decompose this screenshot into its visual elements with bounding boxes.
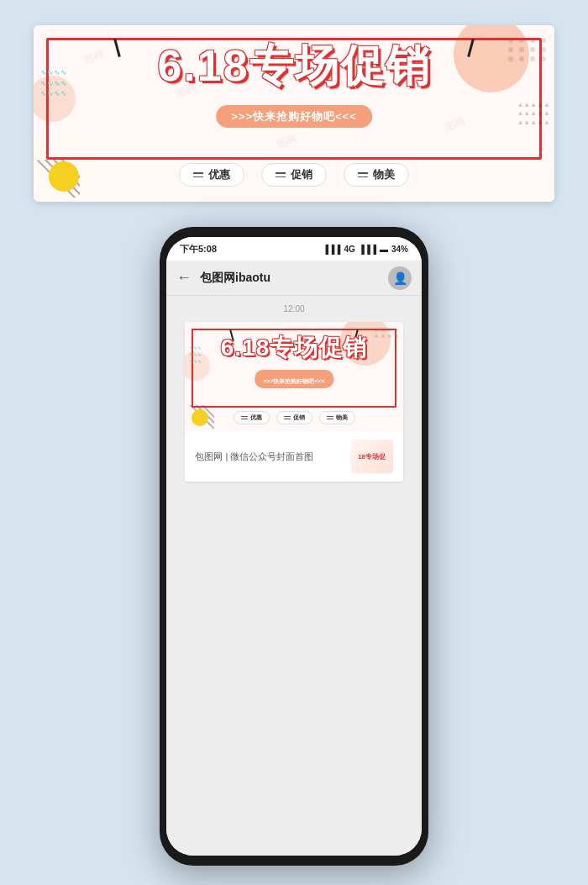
mini-tag-2: 促销 <box>276 411 312 424</box>
banner-subtitle-pill: >>>快来抢购好物吧<<< <box>216 105 372 128</box>
mini-tag-1: 优惠 <box>234 411 270 424</box>
chat-content-area: 12:00 <box>166 296 422 856</box>
chat-screen-content: 下午5:08 ▐▐▐ 4G ▐▐▐ ▬ 34% ← 包图网ibaotu 👤 <box>166 237 422 856</box>
chat-avatar: 👤 <box>388 266 412 290</box>
phone-body: 下午5:08 ▐▐▐ 4G ▐▐▐ ▬ 34% ← 包图网ibaotu 👤 <box>160 227 428 866</box>
status-right: ▐▐▐ 4G ▐▐▐ ▬ 34% <box>323 245 408 254</box>
battery-icon: ▬ <box>380 245 388 254</box>
signal-bars: ▐▐▐ <box>359 245 376 254</box>
tag-label-3: 物美 <box>373 167 395 182</box>
banner-inner: ∿∿∿∿∿∿∿∿∿∿∿∿ ▲▲▲▲▲▲▲▲▲▲▲▲▲▲▲ 6.18专场促销 >>… <box>34 25 554 202</box>
signal-text: ▐▐▐ <box>323 245 340 254</box>
preview-text: 18专场促 <box>358 452 386 461</box>
tag-label-2: 促销 <box>291 167 312 182</box>
footer-text: 包图网 | 微信公众号封面首图 <box>195 450 313 463</box>
tag-pill-2: 促销 <box>261 163 327 187</box>
mini-tags-row: 优惠 促销 <box>185 411 402 424</box>
mini-preview-thumb: 18专场促 <box>351 440 393 473</box>
message-bubble: ∿∿∿∿∿∿∿∿∿ <box>185 322 402 482</box>
status-time: 下午5:08 <box>180 243 217 255</box>
banner-subtitle-text: >>>快来抢购好物吧<<< <box>231 110 357 123</box>
chat-footer-row: 包图网 | 微信公众号封面首图 18专场促 <box>185 431 402 482</box>
banner-tags-row: 优惠 促销 物美 <box>34 163 554 187</box>
phone-screen: 下午5:08 ▐▐▐ 4G ▐▐▐ ▬ 34% ← 包图网ibaotu 👤 <box>166 237 422 856</box>
back-button[interactable]: ← <box>176 269 192 287</box>
top-banner: ∿∿∿∿∿∿∿∿∿∿∿∿ ▲▲▲▲▲▲▲▲▲▲▲▲▲▲▲ 6.18专场促销 >>… <box>34 25 554 202</box>
mini-tag-label-3: 物美 <box>336 414 348 422</box>
chat-header: ← 包图网ibaotu 👤 <box>166 261 422 296</box>
tag-label-1: 优惠 <box>208 167 230 182</box>
tag-lines-1 <box>193 172 203 177</box>
mini-banner: ∿∿∿∿∿∿∿∿∿ <box>185 322 402 431</box>
zigzag-right: ▲▲▲▲▲▲▲▲▲▲▲▲▲▲▲ <box>517 101 550 127</box>
mini-subtitle-text: >>>快来抢购好物吧<<< <box>263 378 325 384</box>
tag-pill-1: 优惠 <box>179 163 244 187</box>
mini-banner-title: 6.18专场促销 <box>185 332 402 364</box>
battery-level: 34% <box>391 245 408 254</box>
phone-mockup: 下午5:08 ▐▐▐ 4G ▐▐▐ ▬ 34% ← 包图网ibaotu 👤 <box>160 227 428 866</box>
mini-tag-label-1: 优惠 <box>250 414 262 422</box>
message-timestamp: 12:00 <box>173 304 415 313</box>
mini-tag-3: 物美 <box>319 411 355 424</box>
tag-lines-2 <box>276 172 286 177</box>
mini-subtitle-pill: >>>快来抢购好物吧<<< <box>255 370 333 388</box>
avatar-person-icon: 👤 <box>393 271 407 285</box>
tag-pill-3: 物美 <box>344 163 409 187</box>
tag-lines-3 <box>358 172 368 177</box>
mini-tag-label-2: 促销 <box>293 414 305 422</box>
banner-main-title: 6.18专场促销 <box>34 44 554 87</box>
status-bar: 下午5:08 ▐▐▐ 4G ▐▐▐ ▬ 34% <box>166 237 422 261</box>
chat-title: 包图网ibaotu <box>200 271 380 286</box>
chat-messages: 12:00 <box>166 296 422 490</box>
mini-preview-inner: 18专场促 <box>351 440 393 473</box>
signal-4g: 4G <box>344 245 354 254</box>
